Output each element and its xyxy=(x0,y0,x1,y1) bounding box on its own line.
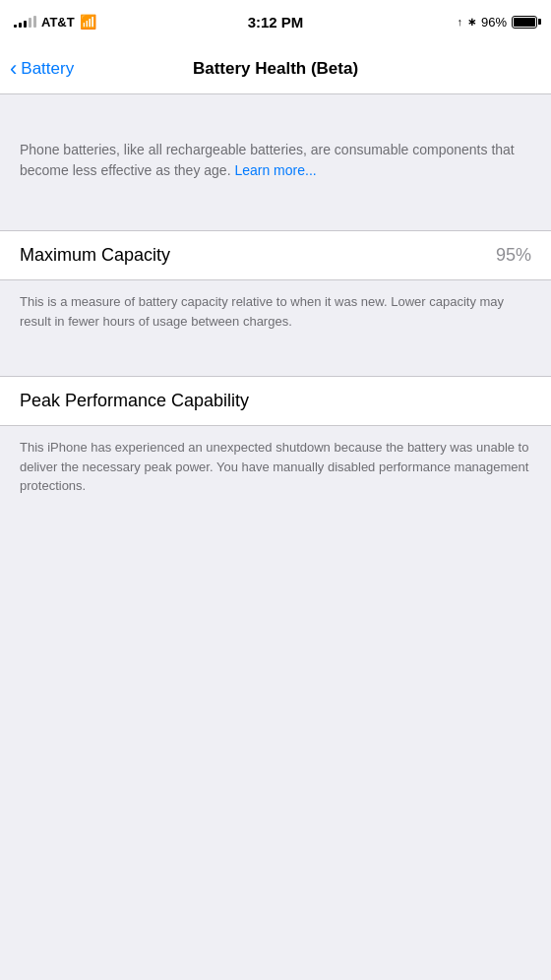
status-right: ↑ ∗ 96% xyxy=(457,15,537,30)
content-area: Phone batteries, like all rechargeable b… xyxy=(0,94,551,512)
carrier-name: AT&T xyxy=(41,15,75,30)
bluetooth-icon: ∗ xyxy=(467,16,476,29)
section-separator-2 xyxy=(0,346,551,376)
status-time: 3:12 PM xyxy=(248,14,304,31)
maximum-capacity-desc: This is a measure of battery capacity re… xyxy=(0,280,551,346)
battery-icon xyxy=(512,16,537,29)
peak-performance-desc-text: This iPhone has experienced an unexpecte… xyxy=(20,438,531,496)
info-text: Phone batteries, like all rechargeable b… xyxy=(20,140,531,181)
maximum-capacity-section: Maximum Capacity 95% xyxy=(0,230,551,280)
battery-percentage: 96% xyxy=(481,15,507,30)
status-bar: AT&T 📶 3:12 PM ↑ ∗ 96% xyxy=(0,0,551,43)
chevron-left-icon: ‹ xyxy=(10,58,17,80)
navigation-bar: ‹ Battery Battery Health (Beta) xyxy=(0,43,551,94)
signal-icon xyxy=(14,16,36,28)
peak-performance-row: Peak Performance Capability xyxy=(0,377,551,425)
maximum-capacity-value: 95% xyxy=(496,245,531,266)
peak-performance-label: Peak Performance Capability xyxy=(20,391,249,411)
peak-performance-section: Peak Performance Capability xyxy=(0,376,551,426)
back-button[interactable]: ‹ Battery xyxy=(10,58,74,80)
learn-more-link[interactable]: Learn more... xyxy=(234,162,316,178)
status-left: AT&T 📶 xyxy=(14,14,96,30)
maximum-capacity-desc-text: This is a measure of battery capacity re… xyxy=(20,292,531,331)
peak-performance-desc: This iPhone has experienced an unexpecte… xyxy=(0,426,551,512)
wifi-icon: 📶 xyxy=(80,14,96,30)
maximum-capacity-row: Maximum Capacity 95% xyxy=(0,231,551,279)
back-label: Battery xyxy=(21,59,74,79)
info-card: Phone batteries, like all rechargeable b… xyxy=(0,124,551,201)
location-icon: ↑ xyxy=(457,16,462,28)
section-separator-1 xyxy=(0,201,551,230)
maximum-capacity-label: Maximum Capacity xyxy=(20,245,170,266)
page-title: Battery Health (Beta) xyxy=(193,59,358,79)
